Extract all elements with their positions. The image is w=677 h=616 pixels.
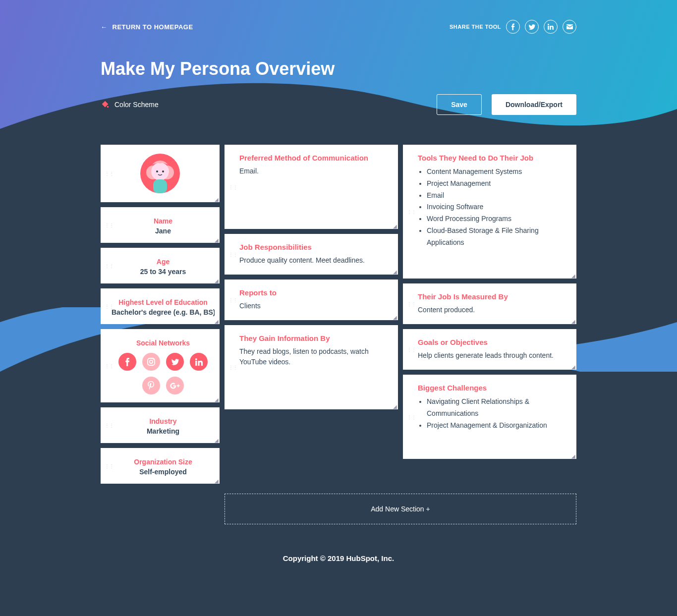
org-size-card[interactable]: ⋮⋮ Organization Size Self-employed ◢ xyxy=(101,448,220,484)
age-card[interactable]: ⋮⋮ Age 25 to 34 years ◢ xyxy=(101,248,220,283)
color-scheme-label: Color Scheme xyxy=(114,101,159,109)
list-item: Content Management Systems xyxy=(427,166,565,178)
resize-handle-icon[interactable]: ◢ xyxy=(215,278,219,283)
resize-handle-icon[interactable]: ◢ xyxy=(393,315,397,320)
resize-handle-icon[interactable]: ◢ xyxy=(215,438,219,443)
education-label: Highest Level of Education xyxy=(112,298,215,306)
list-item: Navigating Client Relationships & Commun… xyxy=(427,396,565,420)
drag-handle-icon[interactable]: ⋮⋮ xyxy=(105,463,113,469)
resize-handle-icon[interactable]: ◢ xyxy=(571,319,575,324)
card-body: Content produced. xyxy=(418,305,565,315)
resize-handle-icon[interactable]: ◢ xyxy=(215,197,219,202)
return-label: RETURN TO HOMEPAGE xyxy=(113,23,193,31)
drag-handle-icon[interactable]: ⋮⋮ xyxy=(105,363,113,369)
org-label: Organization Size xyxy=(112,458,215,466)
drag-handle-icon[interactable]: ⋮⋮ xyxy=(228,297,237,303)
resize-handle-icon[interactable]: ◢ xyxy=(215,478,219,484)
resize-handle-icon[interactable]: ◢ xyxy=(215,237,219,243)
card-title: Reports to xyxy=(239,288,387,297)
drag-handle-icon[interactable]: ⋮⋮ xyxy=(228,365,237,370)
list-item: Cloud-Based Storage & File Sharing Appli… xyxy=(427,225,565,249)
return-homepage-link[interactable]: ← RETURN TO HOMEPAGE xyxy=(101,23,193,31)
drag-handle-icon[interactable]: ⋮⋮ xyxy=(105,263,113,269)
resize-handle-icon[interactable]: ◢ xyxy=(215,397,219,402)
avatar-card[interactable]: ⋮⋮ ◢ xyxy=(101,145,220,202)
add-section-button[interactable]: Add New Section + xyxy=(225,494,576,524)
social-networks-card[interactable]: ⋮⋮ Social Networks ◢ xyxy=(101,329,220,402)
responsibilities-card[interactable]: ⋮⋮ Job Responsibilities Produce quality … xyxy=(225,234,398,275)
resize-handle-icon[interactable]: ◢ xyxy=(393,404,397,409)
share-twitter-button[interactable] xyxy=(525,20,539,34)
industry-value: Marketing xyxy=(112,427,215,435)
name-card[interactable]: ⋮⋮ Name Jane ◢ xyxy=(101,207,220,243)
svg-point-9 xyxy=(153,359,154,360)
card-body: Help clients generate leads through cont… xyxy=(418,350,565,361)
resize-handle-icon[interactable]: ◢ xyxy=(571,364,575,370)
save-button[interactable]: Save xyxy=(437,94,482,115)
industry-label: Industry xyxy=(112,417,215,425)
svg-point-3 xyxy=(151,163,169,180)
information-card[interactable]: ⋮⋮ They Gain Information By They read bl… xyxy=(225,325,398,409)
resize-handle-icon[interactable]: ◢ xyxy=(571,453,575,459)
social-pinterest-toggle[interactable] xyxy=(142,377,160,394)
reports-to-card[interactable]: ⋮⋮ Reports to Clients ◢ xyxy=(225,280,398,320)
card-body: They read blogs, listen to podcasts, wat… xyxy=(239,346,387,367)
measured-by-card[interactable]: ⋮⋮ Their Job Is Measured By Content prod… xyxy=(403,283,576,324)
tools-card[interactable]: ⋮⋮ Tools They Need to Do Their Job Conte… xyxy=(403,145,576,279)
industry-card[interactable]: ⋮⋮ Industry Marketing ◢ xyxy=(101,407,220,443)
arrow-left-icon: ← xyxy=(101,23,108,31)
drag-handle-icon[interactable]: ⋮⋮ xyxy=(407,414,416,420)
resize-handle-icon[interactable]: ◢ xyxy=(571,273,575,279)
tools-list: Content Management SystemsProject Manage… xyxy=(418,166,565,249)
linkedin-icon xyxy=(195,358,203,366)
resize-handle-icon[interactable]: ◢ xyxy=(215,319,219,324)
name-label: Name xyxy=(112,217,215,225)
pinterest-icon xyxy=(147,381,155,390)
email-icon xyxy=(566,24,573,29)
social-twitter-toggle[interactable] xyxy=(166,353,184,371)
social-googleplus-toggle[interactable] xyxy=(166,377,184,394)
list-item: Invoicing Software xyxy=(427,201,565,213)
card-title: Their Job Is Measured By xyxy=(418,292,565,301)
paint-bucket-icon xyxy=(101,100,110,109)
card-title: Job Responsibilities xyxy=(239,243,387,251)
svg-rect-6 xyxy=(153,179,167,193)
drag-handle-icon[interactable]: ⋮⋮ xyxy=(105,423,113,428)
age-value: 25 to 34 years xyxy=(112,268,215,276)
challenges-list: Navigating Client Relationships & Commun… xyxy=(418,396,565,431)
org-value: Self-employed xyxy=(112,468,215,476)
drag-handle-icon[interactable]: ⋮⋮ xyxy=(407,209,416,215)
googleplus-icon xyxy=(170,383,180,389)
resize-handle-icon[interactable]: ◢ xyxy=(393,269,397,275)
card-title: Biggest Challenges xyxy=(418,384,565,392)
svg-point-5 xyxy=(162,170,164,172)
challenges-card[interactable]: ⋮⋮ Biggest Challenges Navigating Client … xyxy=(403,375,576,459)
drag-handle-icon[interactable]: ⋮⋮ xyxy=(105,304,113,309)
age-label: Age xyxy=(112,258,215,266)
share-facebook-button[interactable] xyxy=(506,20,520,34)
share-email-button[interactable] xyxy=(563,20,576,34)
social-instagram-toggle[interactable] xyxy=(142,353,160,371)
download-export-button[interactable]: Download/Export xyxy=(492,94,576,115)
drag-handle-icon[interactable]: ⋮⋮ xyxy=(228,252,237,257)
resize-handle-icon[interactable]: ◢ xyxy=(393,224,397,229)
drag-handle-icon[interactable]: ⋮⋮ xyxy=(407,347,416,352)
communication-card[interactable]: ⋮⋮ Preferred Method of Communication Ema… xyxy=(225,145,398,229)
drag-handle-icon[interactable]: ⋮⋮ xyxy=(105,223,113,228)
card-body: Produce quality content. Meet deadlines. xyxy=(239,255,387,266)
drag-handle-icon[interactable]: ⋮⋮ xyxy=(105,171,113,176)
goals-card[interactable]: ⋮⋮ Goals or Objectives Help clients gene… xyxy=(403,329,576,370)
social-linkedin-toggle[interactable] xyxy=(190,353,208,371)
education-card[interactable]: ⋮⋮ Highest Level of Education Bachelor's… xyxy=(101,288,220,324)
share-linkedin-button[interactable] xyxy=(544,20,558,34)
social-facebook-toggle[interactable] xyxy=(118,353,136,371)
facebook-icon xyxy=(511,23,515,30)
card-title: Goals or Objectives xyxy=(418,338,565,346)
drag-handle-icon[interactable]: ⋮⋮ xyxy=(228,184,237,190)
color-scheme-button[interactable]: Color Scheme xyxy=(101,100,159,109)
drag-handle-icon[interactable]: ⋮⋮ xyxy=(407,301,416,307)
persona-avatar xyxy=(140,154,180,193)
plus-icon: + xyxy=(426,505,430,513)
card-body: Clients xyxy=(239,301,387,311)
education-value: Bachelor's degree (e.g. BA, BS) xyxy=(112,308,215,316)
